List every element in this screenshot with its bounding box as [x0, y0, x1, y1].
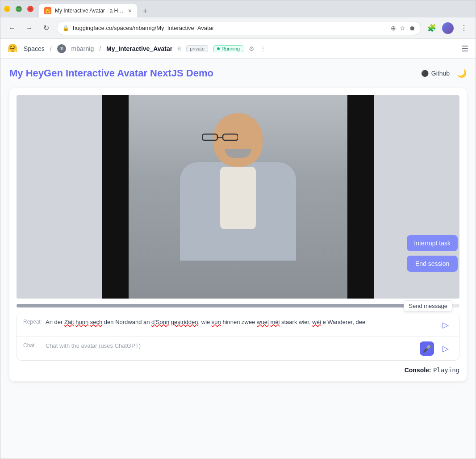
console-value: Playing	[433, 366, 459, 374]
microphone-button[interactable]: 🎤	[420, 341, 434, 356]
hf-separator-1: /	[50, 45, 52, 52]
input-section: Repeat An der Zäit hunn sech den Nordwan…	[17, 313, 459, 361]
window-controls: − ❐ ✕	[4, 6, 33, 12]
side-buttons: Interrupt task End session	[407, 235, 458, 272]
avatar-shirt	[220, 167, 256, 229]
private-badge: private	[186, 45, 208, 52]
chat-send-button[interactable]: ▷	[438, 341, 453, 356]
address-bar-icons: ⊕ ☆ ⏺	[391, 25, 415, 32]
underline-5: gestridden	[171, 319, 198, 325]
record-icon[interactable]: ⏺	[409, 25, 415, 32]
underline-4: d'Sonn	[151, 319, 169, 325]
dark-mode-button[interactable]: 🌙	[457, 68, 467, 78]
bookmark-icon[interactable]: ☆	[400, 25, 405, 32]
minimize-button[interactable]: −	[4, 6, 10, 12]
underline-9: wéi	[312, 319, 321, 325]
address-input[interactable]: 🔒 huggingface.co/spaces/mbarnig/My_Inter…	[57, 21, 421, 35]
active-tab[interactable]: 🤗 My Interactive Avatar - a Hugg ×	[39, 4, 137, 17]
copy-icon[interactable]: ⎘	[178, 46, 181, 52]
new-tab-button[interactable]: +	[139, 5, 151, 17]
address-bar: ← → ↻ 🔒 huggingface.co/spaces/mbarnig/My…	[0, 17, 476, 39]
underline-8: méi	[270, 319, 280, 325]
menu-icon[interactable]: ⋮	[458, 22, 470, 34]
forward-button[interactable]: →	[23, 22, 35, 34]
main-card: Interrupt task End session Send message …	[9, 88, 467, 381]
video-frame	[102, 95, 374, 299]
main-content: My HeyGen Interactive Avatar NextJS Demo…	[0, 59, 476, 459]
hf-toolbar: 🤗 Spaces / m mbarnig / My_Interactive_Av…	[0, 39, 476, 59]
avatar-glasses	[202, 133, 238, 142]
svg-rect-1	[223, 134, 238, 140]
video-container: Interrupt task End session	[17, 95, 459, 299]
repeat-input-row: Repeat An der Zäit hunn sech den Nordwan…	[17, 313, 459, 337]
tab-favicon: 🤗	[44, 7, 51, 14]
translate-icon[interactable]: ⊕	[391, 25, 396, 32]
github-label: Github	[431, 70, 450, 77]
video-bg-right	[347, 95, 374, 299]
hf-right: ☰	[461, 44, 468, 54]
svg-rect-0	[202, 134, 217, 140]
profile-icon[interactable]	[442, 22, 454, 34]
hf-separator-2: /	[99, 45, 101, 52]
url-text: huggingface.co/spaces/mbarnig/My_Interac…	[73, 25, 387, 31]
hf-menu-button[interactable]: ☰	[461, 44, 468, 53]
repeat-send-button[interactable]: ▷	[438, 318, 453, 332]
title-bar: − ❐ ✕ 🤗 My Interactive Avatar - a Hugg ×…	[0, 0, 476, 17]
underline-3: sech	[90, 319, 102, 325]
mic-icon: 🎤	[422, 345, 431, 353]
github-link[interactable]: ⚫ Github	[421, 70, 450, 77]
hf-user-avatar: m	[57, 44, 66, 53]
hf-repo-name[interactable]: My_Interactive_Avatar	[106, 45, 172, 52]
underline-2: hunn	[75, 319, 88, 325]
avatar-body	[180, 162, 296, 261]
video-bg-left	[102, 95, 129, 299]
reload-button[interactable]: ↻	[40, 22, 52, 34]
end-session-button[interactable]: End session	[407, 256, 458, 272]
tab-close-icon[interactable]: ×	[128, 7, 132, 14]
page-title: My HeyGen Interactive Avatar NextJS Demo	[9, 67, 213, 79]
tab-bar: 🤗 My Interactive Avatar - a Hugg × +	[39, 0, 472, 17]
back-button[interactable]: ←	[6, 22, 18, 34]
chat-label: Chat	[23, 341, 41, 349]
running-label: Running	[221, 46, 240, 51]
underline-1: Zäit	[64, 319, 74, 325]
running-dot	[217, 47, 220, 50]
hf-spaces-label[interactable]: Spaces	[24, 45, 45, 52]
input-area-wrapper: Send message Repeat An der Zäit hunn sec…	[17, 313, 459, 361]
video-person	[129, 95, 347, 299]
lock-icon: 🔒	[63, 25, 69, 31]
hf-username[interactable]: mbarnig	[71, 45, 94, 52]
close-button[interactable]: ✕	[27, 6, 33, 12]
browser-toolbar: 🧩 ⋮	[426, 22, 470, 34]
avatar-figure	[129, 95, 347, 299]
console-area: Console: Playing	[17, 366, 459, 374]
avatar-beard	[225, 149, 251, 158]
avatar-head	[213, 113, 263, 167]
repeat-input-text[interactable]: An der Zäit hunn sech den Nordwand an d'…	[46, 318, 434, 327]
underline-6: vun	[212, 319, 221, 325]
underline-7: wuel	[257, 319, 269, 325]
github-icon: ⚫	[421, 70, 429, 77]
tab-title: My Interactive Avatar - a Hugg	[55, 8, 125, 14]
chat-input-row: Chat Chat with the avatar (uses ChatGPT)…	[17, 337, 459, 360]
send-message-tooltip: Send message	[404, 300, 452, 312]
horizontal-scrollbar[interactable]	[17, 304, 459, 307]
hf-logo: 🤗	[8, 43, 18, 54]
extensions-icon[interactable]: 🧩	[426, 22, 438, 34]
interrupt-task-button[interactable]: Interrupt task	[407, 235, 458, 251]
page-header: My HeyGen Interactive Avatar NextJS Demo…	[9, 67, 467, 79]
settings-icon[interactable]: ⚙	[249, 45, 255, 52]
console-label: Console:	[405, 366, 431, 374]
running-badge: Running	[213, 45, 243, 52]
restore-button[interactable]: ❐	[16, 6, 22, 12]
repeat-label: Repeat	[23, 318, 41, 325]
chat-input-field[interactable]: Chat with the avatar (uses ChatGPT)	[46, 341, 415, 350]
options-icon[interactable]: ⋮	[260, 45, 266, 52]
header-right: ⚫ Github 🌙	[421, 68, 467, 78]
scroll-thumb[interactable]	[17, 304, 415, 307]
